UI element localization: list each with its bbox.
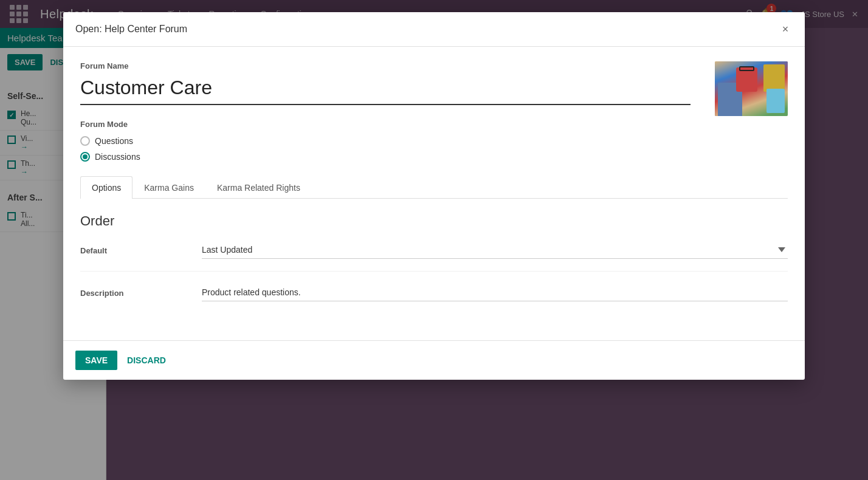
radio-questions-label: Questions xyxy=(95,136,133,146)
field-default-label: Default xyxy=(80,241,202,255)
tab-karma-related-rights[interactable]: Karma Related Rights xyxy=(205,176,312,199)
radio-questions[interactable]: Questions xyxy=(80,136,788,146)
form-row-description: Description xyxy=(80,284,788,314)
tab-options[interactable]: Options xyxy=(80,176,133,199)
description-input[interactable] xyxy=(202,284,788,301)
form-row-default: Default Last Updated Newest Most Voted M… xyxy=(80,241,788,272)
radio-discussions-label: Discussions xyxy=(95,152,140,162)
save-button[interactable]: SAVE xyxy=(75,351,117,370)
modal-footer: SAVE DISCARD xyxy=(63,340,805,380)
radio-discussions-circle xyxy=(80,152,90,162)
modal-dialog: Open: Help Center Forum × xyxy=(63,12,805,380)
forum-name-input[interactable] xyxy=(80,74,691,105)
field-default-value: Last Updated Newest Most Voted Most View… xyxy=(202,241,788,259)
field-description-label: Description xyxy=(80,284,202,298)
close-button[interactable]: × xyxy=(778,22,793,36)
radio-discussions[interactable]: Discussions xyxy=(80,152,788,162)
forum-mode-section: Forum Mode Questions Discussions xyxy=(80,120,788,162)
tab-karma-gains[interactable]: Karma Gains xyxy=(133,176,205,199)
forum-name-label: Forum Name xyxy=(80,61,788,70)
discard-button[interactable]: DISCARD xyxy=(125,351,168,370)
field-description-value xyxy=(202,284,788,301)
modal-overlay: Open: Help Center Forum × xyxy=(0,0,868,480)
default-order-select[interactable]: Last Updated Newest Most Voted Most View… xyxy=(202,241,788,259)
order-section-title: Order xyxy=(80,213,788,229)
tab-bar: Options Karma Gains Karma Related Rights xyxy=(80,176,788,199)
modal-header: Open: Help Center Forum × xyxy=(63,12,805,47)
modal-body: Forum Name Forum Mode Questions Discussi… xyxy=(63,47,805,340)
forum-mode-label: Forum Mode xyxy=(80,120,788,129)
radio-questions-circle xyxy=(80,136,90,146)
forum-image-thumbnail xyxy=(715,61,788,116)
tab-content-options: Order Default Last Updated Newest Most V… xyxy=(80,213,788,314)
modal-title: Open: Help Center Forum xyxy=(75,24,187,35)
